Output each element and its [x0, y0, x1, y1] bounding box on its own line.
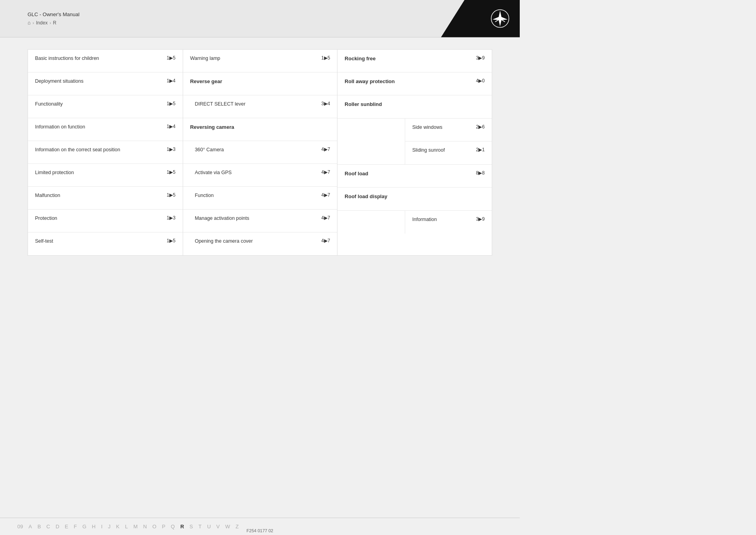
alpha-B[interactable]: B	[36, 523, 43, 530]
column-1: Basic instructions for children 1▶5 Depl…	[28, 50, 183, 255]
entry-page: 1▶5	[321, 55, 330, 61]
alpha-E[interactable]: E	[63, 523, 70, 530]
list-item[interactable]: Reversing camera	[183, 118, 337, 141]
entry-label: Functionality	[35, 101, 163, 108]
alpha-V[interactable]: V	[215, 523, 221, 530]
entry-label: Information on function	[35, 124, 163, 131]
mercedes-logo	[490, 9, 510, 28]
entry-label: DIRECT SELECT lever	[195, 101, 318, 108]
entry-page: 1▶4	[167, 78, 175, 84]
alpha-09[interactable]: 09	[16, 523, 24, 530]
list-item[interactable]: Function 4▶7	[183, 187, 337, 210]
list-item[interactable]: Information on function 1▶4	[28, 118, 183, 141]
header-title: GLC - Owner's Manual	[28, 11, 80, 17]
list-item[interactable]: Sliding sunroof 2▶1	[405, 141, 492, 164]
alpha-Q[interactable]: Q	[169, 523, 176, 530]
alpha-C[interactable]: C	[45, 523, 52, 530]
entry-label: Information on the correct seat position	[35, 147, 163, 154]
entry-label-bold: Roof load display	[345, 193, 485, 205]
entry-page: 1▶5	[167, 238, 175, 243]
list-item[interactable]: Information 3▶9	[405, 211, 492, 234]
entry-page: 2▶1	[476, 147, 485, 152]
entry-label: Basic instructions for children	[35, 55, 163, 62]
list-item[interactable]: Warning lamp 1▶5	[183, 50, 337, 72]
alpha-H[interactable]: H	[90, 523, 97, 530]
entry-page: 1▶4	[167, 124, 175, 129]
logo-area	[441, 0, 520, 37]
list-item[interactable]: Roller sunblind Side windows 2▶6 Sliding…	[337, 95, 492, 165]
footer-code: F254 0177 02	[246, 528, 273, 533]
list-item[interactable]: Self-test 1▶5	[28, 232, 183, 255]
entry-label: Malfunction	[35, 192, 163, 199]
alpha-A[interactable]: A	[27, 523, 33, 530]
alpha-T[interactable]: T	[197, 523, 203, 530]
alpha-I[interactable]: I	[100, 523, 104, 530]
entry-label: Self-test	[35, 238, 163, 245]
list-item[interactable]: Roof load display Information 3▶9	[337, 188, 492, 234]
list-item[interactable]: Rocking free 3▶9	[337, 50, 492, 72]
list-item[interactable]: Side windows 2▶6	[405, 119, 492, 141]
home-icon[interactable]: ⌂	[28, 20, 31, 26]
entry-page: 3▶9	[476, 55, 485, 61]
list-item[interactable]: Reverse gear	[183, 72, 337, 95]
alpha-R[interactable]: R	[179, 523, 185, 530]
alpha-K[interactable]: K	[115, 523, 121, 530]
entry-page: 4▶7	[321, 169, 330, 175]
entry-label: Side windows	[412, 124, 473, 131]
alpha-N[interactable]: N	[142, 523, 148, 530]
entry-page: 2▶6	[476, 124, 485, 130]
list-item[interactable]: Deployment situations 1▶4	[28, 72, 183, 95]
alpha-U[interactable]: U	[206, 523, 212, 530]
entry-label-bold: Roof load	[345, 170, 472, 177]
entry-page: 8▶8	[476, 170, 485, 176]
alpha-Z[interactable]: Z	[234, 523, 240, 530]
alphabet-nav: 09 A B C D E F G H I J K L M N O P Q R S…	[16, 523, 240, 530]
list-item[interactable]: Protection 1▶3	[28, 210, 183, 232]
entry-page: 1▶3	[167, 147, 175, 152]
list-item[interactable]: Functionality 1▶5	[28, 95, 183, 118]
alpha-F[interactable]: F	[72, 523, 78, 530]
entry-page: 1▶5	[167, 169, 175, 175]
list-item[interactable]: 360° Camera 4▶7	[183, 141, 337, 164]
svg-line-5	[495, 20, 499, 22]
alpha-L[interactable]: L	[124, 523, 130, 530]
entry-page: 4▶7	[321, 147, 330, 152]
alpha-D[interactable]: D	[54, 523, 61, 530]
entry-page: 1▶5	[167, 55, 175, 61]
breadcrumb-index[interactable]: Index	[36, 20, 48, 26]
page-footer: 09 A B C D E F G H I J K L M N O P Q R S…	[0, 518, 520, 535]
main-content: Basic instructions for children 1▶5 Depl…	[0, 37, 520, 268]
entry-label-bold: Roll away protection	[345, 78, 472, 85]
list-item[interactable]: Roll away protection 4▶0	[337, 72, 492, 95]
list-item[interactable]: Malfunction 1▶5	[28, 187, 183, 210]
list-item[interactable]: Basic instructions for children 1▶5	[28, 50, 183, 72]
entry-page: 1▶5	[167, 101, 175, 106]
entry-label: Information	[412, 216, 473, 223]
entry-page: 4▶0	[476, 78, 485, 84]
list-item[interactable]: Opening the camera cover 4▶7	[183, 232, 337, 255]
entry-label-bold: Reversing camera	[190, 124, 330, 131]
alpha-M[interactable]: M	[132, 523, 139, 530]
alpha-P[interactable]: P	[160, 523, 167, 530]
alpha-J[interactable]: J	[106, 523, 112, 530]
alpha-S[interactable]: S	[188, 523, 195, 530]
list-item[interactable]: Roof load 8▶8	[337, 165, 492, 188]
alpha-O[interactable]: O	[151, 523, 158, 530]
index-table: Basic instructions for children 1▶5 Depl…	[28, 49, 492, 256]
entry-label: Sliding sunroof	[412, 147, 473, 154]
svg-line-4	[502, 20, 505, 22]
entry-label: Activate via GPS	[195, 169, 318, 176]
alpha-W[interactable]: W	[224, 523, 232, 530]
alpha-G[interactable]: G	[81, 523, 88, 530]
entry-label-bold: Roller sunblind	[345, 101, 485, 113]
entry-label: Protection	[35, 215, 163, 222]
breadcrumb: ⌂ › Index › R	[28, 20, 80, 26]
breadcrumb-r: R	[53, 20, 57, 26]
list-item[interactable]: Limited protection 1▶5	[28, 164, 183, 187]
entry-label-bold: Rocking free	[345, 55, 472, 62]
list-item[interactable]: Activate via GPS 4▶7	[183, 164, 337, 187]
list-item[interactable]: Information on the correct seat position…	[28, 141, 183, 164]
page-header: GLC - Owner's Manual ⌂ › Index › R	[0, 0, 520, 37]
list-item[interactable]: DIRECT SELECT lever 3▶4	[183, 95, 337, 118]
list-item[interactable]: Manage activation points 4▶7	[183, 210, 337, 232]
